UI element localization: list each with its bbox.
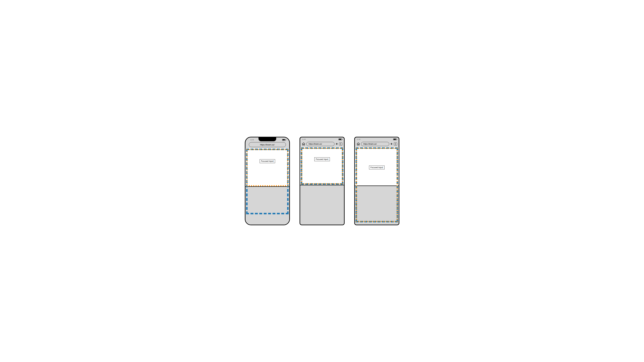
virtual-keyboard[interactable] xyxy=(300,186,344,225)
url-bar[interactable]: https://bram.us/ xyxy=(306,142,334,146)
focused-text-input[interactable]: Focused Input xyxy=(369,166,384,169)
tab-switcher-button[interactable]: 5 xyxy=(394,142,397,146)
phone-mockup-3: 11:45https://bram.us/+5Focused Input xyxy=(354,137,399,225)
input-value: Focused Input xyxy=(261,160,273,162)
status-time: 11:45 xyxy=(357,138,360,140)
notch xyxy=(258,137,276,141)
page-content-area xyxy=(246,148,289,187)
url-bar[interactable]: https://bram.us/ xyxy=(361,142,389,146)
focused-text-input[interactable]: Focused Input xyxy=(260,159,275,163)
browser-toolbar: https://bram.us/ xyxy=(246,142,289,149)
page-content-area xyxy=(300,147,344,185)
battery-icon xyxy=(282,139,286,141)
phone-mockup-2: 11:45https://bram.us/+5Focused Input xyxy=(300,137,344,225)
tab-count: 5 xyxy=(340,143,341,145)
tab-count: 5 xyxy=(395,143,396,145)
url-text: https://bram.us/ xyxy=(364,143,377,145)
text-caret xyxy=(274,160,274,162)
url-bar[interactable]: https://bram.us/ xyxy=(249,142,286,147)
status-bar: 11:45 xyxy=(300,137,344,141)
home-icon[interactable] xyxy=(356,142,360,146)
tab-switcher-button[interactable]: 5 xyxy=(339,142,342,146)
home-icon[interactable] xyxy=(302,142,305,146)
input-value: Focused Input xyxy=(316,158,328,160)
new-tab-button[interactable]: + xyxy=(390,142,393,146)
battery-icon xyxy=(393,138,397,140)
new-tab-button[interactable]: + xyxy=(336,142,338,146)
status-time: 11:45 xyxy=(302,138,306,140)
url-text: https://bram.us/ xyxy=(260,143,274,146)
url-text: https://bram.us/ xyxy=(309,143,322,145)
input-value: Focused Input xyxy=(370,166,382,169)
virtual-keyboard[interactable] xyxy=(355,186,399,225)
phone-mockup-1: 11:45https://bram.us/Focused Input xyxy=(245,137,290,225)
focused-text-input[interactable]: Focused Input xyxy=(314,157,330,161)
virtual-keyboard[interactable] xyxy=(246,187,289,225)
status-bar: 11:45 xyxy=(355,137,399,141)
status-time: 11:45 xyxy=(250,139,254,141)
battery-icon xyxy=(338,138,342,140)
